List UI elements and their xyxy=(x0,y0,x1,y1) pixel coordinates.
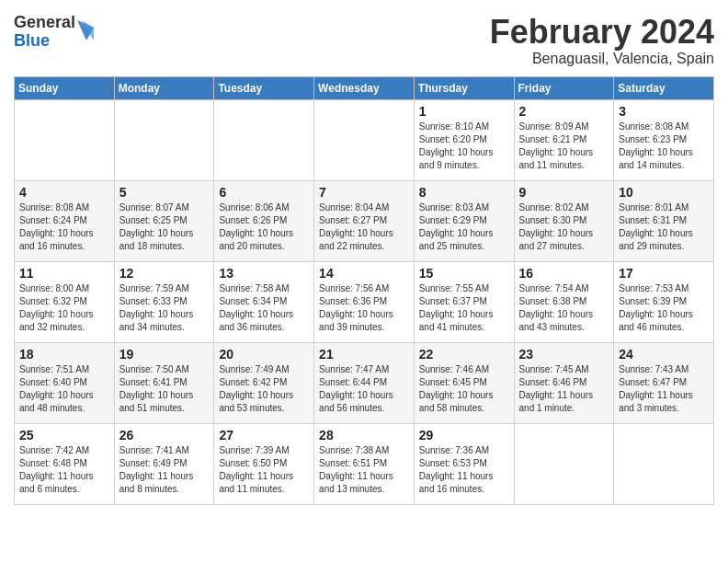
calendar-cell: 26Sunrise: 7:41 AM Sunset: 6:49 PM Dayli… xyxy=(114,423,214,504)
day-info: Sunrise: 7:39 AM Sunset: 6:50 PM Dayligh… xyxy=(219,444,309,496)
day-info: Sunrise: 7:50 AM Sunset: 6:41 PM Dayligh… xyxy=(119,363,210,415)
col-header-thursday: Thursday xyxy=(414,76,514,99)
day-number: 11 xyxy=(19,266,109,281)
day-number: 20 xyxy=(219,347,309,362)
day-info: Sunrise: 7:38 AM Sunset: 6:51 PM Dayligh… xyxy=(319,444,409,496)
calendar-cell: 15Sunrise: 7:55 AM Sunset: 6:37 PM Dayli… xyxy=(414,261,514,342)
calendar-cell: 29Sunrise: 7:36 AM Sunset: 6:53 PM Dayli… xyxy=(414,423,514,504)
day-number: 21 xyxy=(319,347,409,362)
calendar-cell: 1Sunrise: 8:10 AM Sunset: 6:20 PM Daylig… xyxy=(414,99,514,180)
day-info: Sunrise: 7:53 AM Sunset: 6:39 PM Dayligh… xyxy=(619,282,709,334)
calendar-cell: 6Sunrise: 8:06 AM Sunset: 6:26 PM Daylig… xyxy=(214,180,314,261)
col-header-friday: Friday xyxy=(514,76,614,99)
logo-blue-text: Blue xyxy=(14,32,75,51)
calendar-cell xyxy=(514,423,614,504)
calendar-cell: 8Sunrise: 8:03 AM Sunset: 6:29 PM Daylig… xyxy=(414,180,514,261)
day-number: 27 xyxy=(219,428,309,442)
day-info: Sunrise: 7:36 AM Sunset: 6:53 PM Dayligh… xyxy=(419,444,509,496)
location-subtitle: Benaguasil, Valencia, Spain xyxy=(490,51,714,67)
day-number: 16 xyxy=(519,266,609,281)
day-number: 9 xyxy=(519,185,609,200)
col-header-wednesday: Wednesday xyxy=(314,76,415,99)
day-number: 13 xyxy=(219,266,309,281)
day-number: 22 xyxy=(419,347,509,362)
day-number: 24 xyxy=(619,347,709,362)
day-info: Sunrise: 8:09 AM Sunset: 6:21 PM Dayligh… xyxy=(519,121,609,172)
week-row-2: 4Sunrise: 8:08 AM Sunset: 6:24 PM Daylig… xyxy=(15,180,714,261)
calendar-cell: 9Sunrise: 8:02 AM Sunset: 6:30 PM Daylig… xyxy=(514,180,614,261)
day-info: Sunrise: 7:46 AM Sunset: 6:45 PM Dayligh… xyxy=(419,363,509,415)
day-info: Sunrise: 8:10 AM Sunset: 6:20 PM Dayligh… xyxy=(419,121,509,172)
calendar-cell: 11Sunrise: 8:00 AM Sunset: 6:32 PM Dayli… xyxy=(15,261,115,342)
day-info: Sunrise: 7:55 AM Sunset: 6:37 PM Dayligh… xyxy=(419,282,509,334)
calendar-cell: 28Sunrise: 7:38 AM Sunset: 6:51 PM Dayli… xyxy=(314,423,415,504)
day-info: Sunrise: 7:59 AM Sunset: 6:33 PM Dayligh… xyxy=(119,282,210,334)
day-number: 28 xyxy=(319,428,409,442)
day-info: Sunrise: 7:51 AM Sunset: 6:40 PM Dayligh… xyxy=(19,363,109,415)
calendar-cell: 14Sunrise: 7:56 AM Sunset: 6:36 PM Dayli… xyxy=(314,261,415,342)
day-info: Sunrise: 7:47 AM Sunset: 6:44 PM Dayligh… xyxy=(319,363,409,415)
day-number: 1 xyxy=(419,104,509,119)
calendar-cell: 3Sunrise: 8:08 AM Sunset: 6:23 PM Daylig… xyxy=(614,99,714,180)
day-number: 15 xyxy=(419,266,509,281)
calendar-cell: 17Sunrise: 7:53 AM Sunset: 6:39 PM Dayli… xyxy=(614,261,714,342)
calendar-cell: 27Sunrise: 7:39 AM Sunset: 6:50 PM Dayli… xyxy=(214,423,314,504)
calendar-cell: 12Sunrise: 7:59 AM Sunset: 6:33 PM Dayli… xyxy=(114,261,214,342)
day-info: Sunrise: 7:58 AM Sunset: 6:34 PM Dayligh… xyxy=(219,282,309,334)
week-row-4: 18Sunrise: 7:51 AM Sunset: 6:40 PM Dayli… xyxy=(15,342,714,423)
day-number: 5 xyxy=(119,185,210,200)
day-info: Sunrise: 7:45 AM Sunset: 6:46 PM Dayligh… xyxy=(519,363,609,415)
calendar-cell: 5Sunrise: 8:07 AM Sunset: 6:25 PM Daylig… xyxy=(114,180,214,261)
calendar-cell xyxy=(614,423,714,504)
header-row: SundayMondayTuesdayWednesdayThursdayFrid… xyxy=(15,76,714,99)
calendar-cell: 20Sunrise: 7:49 AM Sunset: 6:42 PM Dayli… xyxy=(214,342,314,423)
col-header-sunday: Sunday xyxy=(15,76,115,99)
calendar-table: SundayMondayTuesdayWednesdayThursdayFrid… xyxy=(14,76,714,505)
day-number: 4 xyxy=(19,185,109,200)
day-info: Sunrise: 7:56 AM Sunset: 6:36 PM Dayligh… xyxy=(319,282,409,334)
logo-icon xyxy=(77,20,94,40)
day-number: 10 xyxy=(619,185,709,200)
calendar-cell: 24Sunrise: 7:43 AM Sunset: 6:47 PM Dayli… xyxy=(614,342,714,423)
day-info: Sunrise: 8:06 AM Sunset: 6:26 PM Dayligh… xyxy=(219,201,309,253)
day-number: 18 xyxy=(19,347,109,362)
day-number: 3 xyxy=(619,104,709,119)
calendar-cell: 7Sunrise: 8:04 AM Sunset: 6:27 PM Daylig… xyxy=(314,180,415,261)
day-info: Sunrise: 8:04 AM Sunset: 6:27 PM Dayligh… xyxy=(319,201,409,253)
day-info: Sunrise: 8:01 AM Sunset: 6:31 PM Dayligh… xyxy=(619,201,709,253)
calendar-cell xyxy=(214,99,314,180)
col-header-tuesday: Tuesday xyxy=(214,76,314,99)
day-info: Sunrise: 8:02 AM Sunset: 6:30 PM Dayligh… xyxy=(519,201,609,253)
calendar-cell: 10Sunrise: 8:01 AM Sunset: 6:31 PM Dayli… xyxy=(614,180,714,261)
calendar-cell: 16Sunrise: 7:54 AM Sunset: 6:38 PM Dayli… xyxy=(514,261,614,342)
calendar-cell: 4Sunrise: 8:08 AM Sunset: 6:24 PM Daylig… xyxy=(15,180,115,261)
day-number: 26 xyxy=(119,428,210,442)
calendar-cell: 21Sunrise: 7:47 AM Sunset: 6:44 PM Dayli… xyxy=(314,342,415,423)
calendar-cell xyxy=(15,99,115,180)
calendar-cell: 19Sunrise: 7:50 AM Sunset: 6:41 PM Dayli… xyxy=(114,342,214,423)
col-header-monday: Monday xyxy=(114,76,214,99)
calendar-cell: 2Sunrise: 8:09 AM Sunset: 6:21 PM Daylig… xyxy=(514,99,614,180)
page-header: General Blue February 2024 Benaguasil, V… xyxy=(14,14,714,67)
day-number: 23 xyxy=(519,347,609,362)
day-number: 8 xyxy=(419,185,509,200)
day-info: Sunrise: 7:41 AM Sunset: 6:49 PM Dayligh… xyxy=(119,444,210,496)
col-header-saturday: Saturday xyxy=(614,76,714,99)
day-number: 19 xyxy=(119,347,210,362)
day-number: 7 xyxy=(319,185,409,200)
logo: General Blue xyxy=(14,14,94,51)
day-info: Sunrise: 8:08 AM Sunset: 6:24 PM Dayligh… xyxy=(19,201,109,253)
day-info: Sunrise: 7:49 AM Sunset: 6:42 PM Dayligh… xyxy=(219,363,309,415)
title-block: February 2024 Benaguasil, Valencia, Spai… xyxy=(490,14,714,67)
logo-general-text: General xyxy=(14,14,75,32)
week-row-5: 25Sunrise: 7:42 AM Sunset: 6:48 PM Dayli… xyxy=(15,423,714,504)
calendar-cell: 23Sunrise: 7:45 AM Sunset: 6:46 PM Dayli… xyxy=(514,342,614,423)
day-number: 25 xyxy=(19,428,109,442)
day-info: Sunrise: 8:08 AM Sunset: 6:23 PM Dayligh… xyxy=(619,121,709,172)
day-info: Sunrise: 7:42 AM Sunset: 6:48 PM Dayligh… xyxy=(19,444,109,496)
calendar-cell: 22Sunrise: 7:46 AM Sunset: 6:45 PM Dayli… xyxy=(414,342,514,423)
day-number: 17 xyxy=(619,266,709,281)
calendar-cell: 13Sunrise: 7:58 AM Sunset: 6:34 PM Dayli… xyxy=(214,261,314,342)
calendar-cell: 18Sunrise: 7:51 AM Sunset: 6:40 PM Dayli… xyxy=(15,342,115,423)
day-info: Sunrise: 7:43 AM Sunset: 6:47 PM Dayligh… xyxy=(619,363,709,415)
